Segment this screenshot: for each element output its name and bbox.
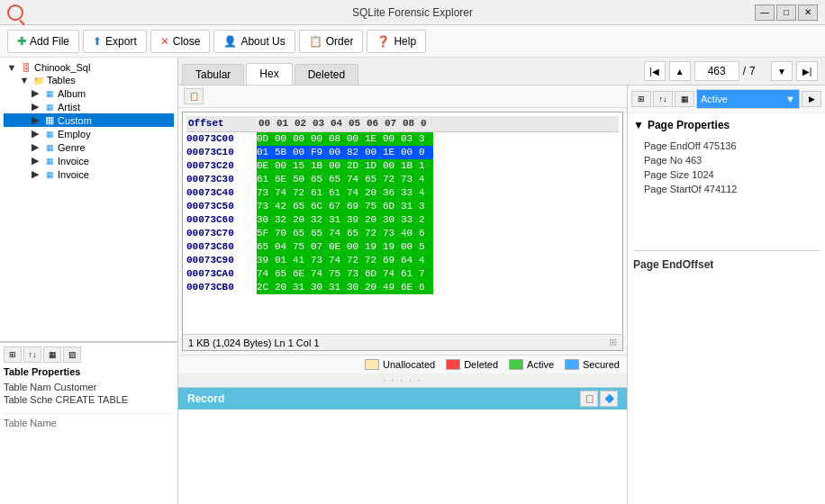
hex-col-08: 08: [403, 117, 421, 130]
table-genre-icon: ▦: [43, 142, 56, 153]
title-bar: SQLite Forensic Explorer — □ ✕: [0, 0, 825, 25]
close-window-button[interactable]: ✕: [798, 4, 818, 21]
hex-grid-panel: Offset 00 01 02 03 04 05 06 07 08 0: [182, 112, 623, 351]
hex-col-09: 0: [421, 117, 435, 130]
add-file-label: Add File: [30, 35, 69, 48]
expand-artist-icon: ▶: [29, 101, 41, 112]
tree-node-invoice1[interactable]: ▶ ▦ Invoice: [4, 154, 174, 167]
table-icon: ▦: [43, 88, 56, 99]
record-btn-1[interactable]: 📋: [580, 391, 598, 407]
hex-area: 📋 Offset 00 01 02 03 04: [178, 86, 627, 504]
hex-offset-1: 00073C00: [186, 132, 257, 146]
hex-status-bar: 1 KB (1,024 Bytes) Ln 1 Col 1 ⊞: [183, 334, 622, 350]
props-nav-grid-btn[interactable]: ⊞: [631, 91, 651, 107]
page-number-input[interactable]: 463: [694, 61, 739, 81]
secured-label: Secured: [583, 359, 620, 370]
hex-cell: 0D: [257, 132, 275, 146]
page-startof-value: 474112: [704, 184, 738, 194]
tree-node-tables[interactable]: ▼ 📁 Tables: [4, 74, 174, 86]
tree-node-artist[interactable]: ▶ ▦ Artist: [4, 100, 174, 113]
page-props-title-text: Page Properties: [648, 119, 730, 131]
expand-invoice2-icon: ▶: [29, 168, 41, 180]
search-logo-icon: [7, 4, 23, 21]
record-btn-2[interactable]: 🔷: [600, 391, 618, 407]
maximize-button[interactable]: □: [776, 4, 796, 21]
main-toolbar: ✚ Add File ⬆ Export ✕ Close 👤 About Us 📋…: [0, 25, 825, 58]
page-endoff-row: Page EndOff 475136: [633, 139, 820, 153]
add-file-button[interactable]: ✚ Add File: [7, 30, 79, 53]
folder-icon: 📁: [32, 75, 45, 86]
expand-custom-icon: ▶: [29, 114, 41, 126]
props-toolbar: ⊞ ↑↓ ▦ ▨: [4, 346, 174, 363]
table-invoice1-icon: ▦: [43, 156, 56, 166]
tree-node-album[interactable]: ▶ ▦ Album: [4, 86, 174, 100]
main-layout: ▼ 🗄 Chinook_Sql ▼ 📁 Tables ▶ ▦ Album ▶ ▦…: [0, 58, 825, 504]
export-button[interactable]: ⬆ Export: [83, 30, 147, 53]
tree-album-label: Album: [58, 88, 86, 99]
props-btn-3[interactable]: ▦: [43, 346, 61, 363]
tab-tabular[interactable]: Tabular: [182, 64, 244, 85]
hex-col-04: 04: [331, 117, 349, 130]
tabs-bar: Tabular Hex Deleted: [178, 58, 637, 85]
order-label: Order: [326, 35, 354, 48]
hex-grid[interactable]: Offset 00 01 02 03 04 05 06 07 08 0: [183, 112, 622, 334]
nav-first-button[interactable]: |◀: [644, 61, 666, 81]
legend-active: Active: [509, 359, 554, 370]
minimize-button[interactable]: —: [755, 4, 775, 21]
tab-tabular-label: Tabular: [195, 68, 231, 81]
props-nav-sort-btn[interactable]: ↑↓: [653, 91, 673, 107]
page-endoff-label: Page EndOff: [644, 140, 703, 151]
about-us-button[interactable]: 👤 About Us: [213, 30, 295, 53]
order-button[interactable]: 📋 Order: [299, 30, 364, 53]
nav-last-button[interactable]: ▶|: [796, 61, 818, 81]
legend-bar: Unallocated Deleted Active Secured: [178, 355, 627, 374]
hex-btn-copy[interactable]: 📋: [184, 88, 204, 104]
record-panel: Record 📋 🔷: [178, 387, 627, 504]
page-startof-label: Page StartOf: [644, 184, 704, 194]
props-nav-next-btn[interactable]: ▶: [802, 91, 821, 107]
hex-col-07: 07: [385, 117, 403, 130]
page-no-label: Page No: [644, 155, 685, 166]
page-no-value: 463: [685, 155, 702, 166]
window-title: SQLite Forensic Explorer: [352, 6, 473, 19]
table-properties-title: Table Properties: [4, 366, 174, 377]
tree-root-label: Chinook_Sql: [34, 62, 90, 73]
dropdown-arrow-icon: ▼: [785, 94, 795, 104]
hex-col-03: 03: [313, 117, 331, 130]
active-dropdown[interactable]: Active ▼: [696, 89, 800, 109]
props-nav-view-btn[interactable]: ▦: [675, 91, 694, 107]
tree-node-invoice2[interactable]: ▶ ▦ Invoice: [4, 167, 174, 181]
active-dropdown-container: Active ▼: [696, 89, 800, 109]
about-icon: 👤: [223, 35, 237, 48]
table-employ-icon: ▦: [43, 129, 56, 140]
page-properties-content: ▼ Page Properties Page EndOff 475136 Pag…: [628, 113, 825, 504]
tree-node-custom[interactable]: ▶ ▦ Custom: [4, 113, 174, 127]
tab-deleted[interactable]: Deleted: [295, 64, 358, 85]
deleted-label: Deleted: [464, 359, 498, 370]
table-custom-icon: ▦: [43, 115, 56, 126]
expand-page-icon: ▼: [633, 119, 644, 131]
help-label: Help: [394, 35, 416, 48]
expand-tables-icon: ▼: [18, 75, 31, 86]
hex-header-offset: Offset: [188, 117, 258, 130]
tab-hex[interactable]: Hex: [246, 63, 292, 85]
close-button[interactable]: ✕ Close: [150, 30, 211, 53]
nav-next-button[interactable]: ▼: [771, 61, 793, 81]
help-button[interactable]: ❓ Help: [367, 30, 426, 53]
window-controls: — □ ✕: [755, 4, 818, 21]
tree-node-employ[interactable]: ▶ ▦ Employ: [4, 127, 174, 140]
table-properties-panel: ⊞ ↑↓ ▦ ▨ Table Properties Table Nam Cust…: [0, 342, 177, 504]
hex-col-05: 05: [349, 117, 367, 130]
unallocated-color: [365, 359, 379, 370]
nav-prev-button[interactable]: ▲: [669, 61, 691, 81]
props-btn-1[interactable]: ⊞: [4, 346, 22, 363]
tree-node-root[interactable]: ▼ 🗄 Chinook_Sql: [4, 61, 174, 74]
tree-area: ▼ 🗄 Chinook_Sql ▼ 📁 Tables ▶ ▦ Album ▶ ▦…: [0, 58, 177, 342]
tree-node-genre[interactable]: ▶ ▦ Genre: [4, 140, 174, 154]
active-color: [509, 359, 523, 370]
legend-deleted: Deleted: [446, 359, 498, 370]
hex-row-7: 00073C60 30 32 20 32 31 39 20 30 33 2: [186, 213, 619, 227]
props-btn-2[interactable]: ↑↓: [23, 346, 41, 363]
left-panel: ▼ 🗄 Chinook_Sql ▼ 📁 Tables ▶ ▦ Album ▶ ▦…: [0, 58, 178, 504]
props-btn-4[interactable]: ▨: [63, 346, 81, 363]
